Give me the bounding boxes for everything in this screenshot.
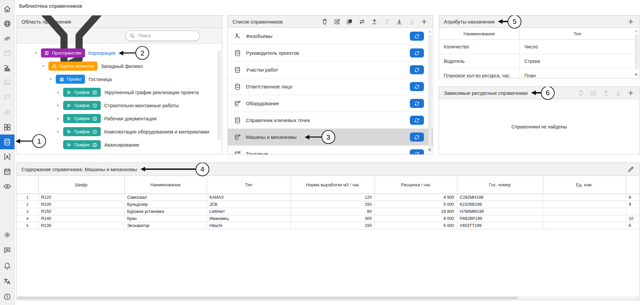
add-attribute-button[interactable] [627,17,635,26]
column-header[interactable]: Норма выработки м3 / час [291,176,375,194]
tree-item-label[interactable]: Рабочая документация [104,116,157,121]
tree-item-label[interactable]: Западный филиал [101,64,143,69]
sync-button[interactable] [410,48,424,58]
column-header[interactable]: Гос. номер [457,176,543,194]
sidebar-item-calendar[interactable] [0,164,14,179]
search-input[interactable] [137,33,196,39]
column-header[interactable]: Тип [519,28,635,40]
move-up-alt-button[interactable] [383,17,391,26]
sidebar-item-hatch[interactable] [0,105,14,120]
move-up-button[interactable] [602,88,610,97]
scope-scrollbar-thumb[interactable] [218,51,221,140]
list-item-responsible[interactable]: Ответственное лицо [228,78,433,95]
tree-item-label[interactable]: Строительно-монтажные работы [104,103,179,108]
list-item-physvolumes[interactable]: Физобъёмы [228,28,433,45]
attribute-row[interactable]: Плановое кол-во ресурса, час План [439,69,635,79]
list-item-key-points[interactable]: Справочник ключевых точек [228,112,433,129]
list-item-work-areas[interactable]: Участки работ [228,62,433,78]
scroll-up-icon[interactable] [635,30,638,32]
sidebar-item-notifications[interactable] [0,258,14,273]
horizontal-scrollbar[interactable] [17,296,639,300]
sidebar-item-watch[interactable] [0,179,14,194]
sidebar-item-folders[interactable] [0,75,14,90]
sidebar-item-info[interactable] [0,289,14,304]
scroll-up-icon[interactable] [428,30,431,33]
tree-item-schedule-4[interactable]: График Комплектация оборудованием и мате… [17,125,222,138]
sidebar-item-schedules[interactable] [0,31,14,46]
list-item-labor[interactable]: Трудовые [228,146,433,155]
delete-button[interactable] [577,88,585,97]
swap-button[interactable] [358,17,366,26]
sidebar-item-dashboard[interactable] [0,120,14,135]
table-row[interactable]: 2 R100 Бульдозер JCB 150 5 000 К232ВВ199… [17,201,639,208]
attributes-scrollbar-thumb[interactable] [635,34,638,69]
edit-content-button[interactable] [627,165,635,174]
tree-item-label[interactable]: Корпорация [88,50,116,56]
delete-button[interactable] [320,17,329,26]
sidebar-item-comments[interactable] [0,242,14,258]
edit-button[interactable] [333,17,341,26]
sync-button[interactable] [410,82,424,91]
tree-item-schedule-1[interactable]: График Укрупненный график реализации про… [17,86,222,99]
move-down-button[interactable] [614,88,622,97]
column-header[interactable]: Расценка / час [375,176,457,194]
tree-item-label[interactable]: Укрупненный график реализации проекта [104,90,199,95]
tree-item-label[interactable]: Гостиница [88,77,112,82]
list-item-equipment[interactable]: Оборудование [228,95,433,112]
column-header[interactable]: Ед. изм. [543,176,626,194]
horizontal-scrollbar-thumb[interactable] [17,297,518,299]
column-header[interactable] [17,176,38,194]
attribute-row[interactable]: Количество Число [439,40,635,54]
scroll-down-icon[interactable] [635,74,638,76]
caret-icon[interactable] [56,116,60,121]
caret-icon[interactable] [34,51,38,55]
sidebar-item-globe[interactable] [0,16,14,31]
tree-item-schedule-2[interactable]: График Строительно-монтажные работы [17,99,222,112]
search-box[interactable] [125,31,200,41]
column-header[interactable]: Шифр [38,176,124,194]
tree-item-schedule-5[interactable]: График Авансирование [17,138,222,151]
list-item-machines[interactable]: Машины и механизмы 3 [228,129,433,146]
scroll-down-icon[interactable] [428,149,431,151]
caret-icon[interactable] [56,90,60,95]
caret-icon[interactable] [56,129,60,134]
sync-button[interactable] [410,149,424,155]
list-item-project-manager[interactable]: Руководитель проектов [228,45,433,62]
sync-button[interactable] [410,116,424,125]
tree-item-label[interactable]: Комплектация оборудованием и материалами [104,129,209,135]
table-row[interactable]: 3 R150 Буровая установка Liebherr 80 16 … [17,208,639,215]
sidebar-item-language[interactable] [0,273,14,289]
tree-item-schedule-3[interactable]: График Рабочая документация [17,112,222,125]
table-row[interactable]: 4 R140 Кран Ивановец 300 8 000 Р882ВР199… [17,215,639,222]
sidebar-item-theme[interactable] [0,227,14,242]
move-down-button[interactable] [395,17,403,26]
table-row[interactable]: 5 R130 Экскаватор Hitachi 150 5 000 У653… [17,222,639,229]
sidebar-item-attributes[interactable] [0,149,14,164]
sync-button[interactable] [410,132,424,142]
sidebar-item-board[interactable] [0,46,14,61]
sync-button[interactable] [410,32,424,41]
caret-icon[interactable] [48,77,53,82]
column-header[interactable] [626,176,639,194]
directories-scrollbar-thumb[interactable] [428,35,432,153]
column-header[interactable]: Наименование [124,176,207,194]
sidebar-item-library[interactable] [0,135,14,149]
caret-icon[interactable] [56,103,60,108]
sidebar-item-home[interactable] [0,1,14,16]
edit-button[interactable] [589,88,597,97]
sync-button[interactable] [410,65,424,74]
table-row[interactable]: 1 R120 Самосвал КАМАЗ 120 4 500 С282МН19… [17,194,639,201]
sidebar-item-flag[interactable] [0,90,14,105]
move-up-button[interactable] [370,17,378,26]
copy-button[interactable] [345,17,353,26]
move-down-alt-button[interactable] [407,17,416,26]
tree-item-label[interactable]: Авансирование [104,142,139,148]
column-header[interactable]: Тип [207,176,291,194]
column-header[interactable]: Наименование [439,28,519,40]
add-button[interactable] [627,88,635,97]
attribute-row[interactable]: Водитель Строка [439,54,635,69]
sync-button[interactable] [410,99,424,108]
sidebar-item-analytics[interactable] [0,61,14,75]
caret-icon[interactable] [41,64,46,69]
add-button[interactable] [420,17,428,26]
